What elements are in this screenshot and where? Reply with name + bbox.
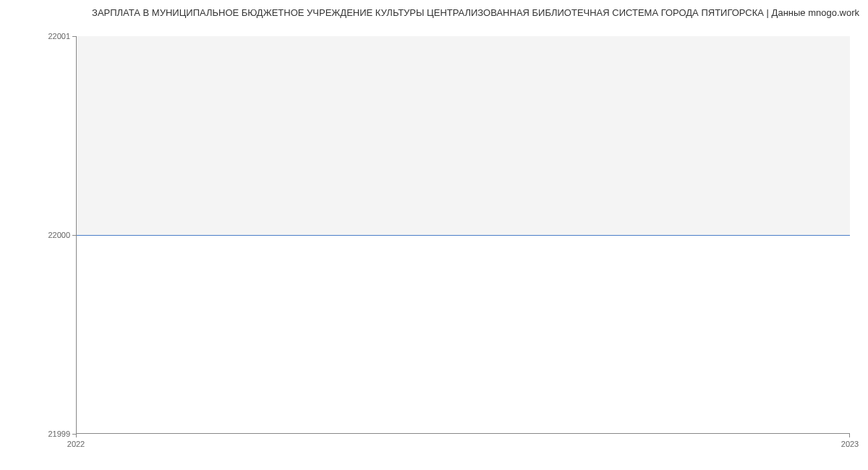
plot-lower-fill — [77, 235, 850, 434]
y-axis-tick-label: 22001 — [48, 32, 70, 40]
x-tick-mark — [849, 434, 850, 437]
y-tick-mark — [72, 36, 76, 37]
x-tick-mark — [76, 434, 77, 437]
y-axis-tick-label: 21999 — [48, 430, 70, 438]
x-axis-tick-label: 2022 — [67, 440, 85, 448]
plot-area-fill — [77, 36, 850, 235]
chart-plot: 22001 22000 21999 2022 2023 — [76, 36, 850, 434]
x-axis-tick-label: 2023 — [841, 440, 859, 448]
chart-title: ЗАРПЛАТА В МУНИЦИПАЛЬНОЕ БЮДЖЕТНОЕ УЧРЕЖ… — [0, 0, 868, 18]
y-tick-mark — [72, 235, 76, 236]
plot-area — [76, 36, 850, 434]
data-series-line — [77, 235, 850, 236]
y-axis-tick-label: 22000 — [48, 231, 70, 239]
